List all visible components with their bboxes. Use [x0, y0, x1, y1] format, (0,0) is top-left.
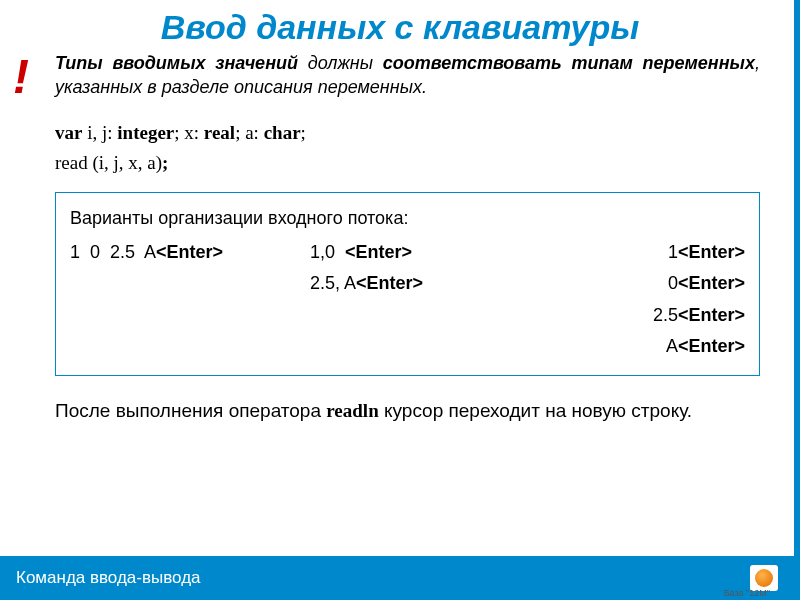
example-row-2: 2.5, A<Enter> 0<Enter> — [70, 268, 745, 300]
footer-caption: База "12М" — [724, 588, 770, 598]
example-row-4: A<Enter> — [70, 331, 745, 363]
side-accent — [794, 0, 800, 556]
exclamation-icon: ! — [13, 53, 29, 101]
example-box: Варианты организации входного потока: 1 … — [55, 192, 760, 376]
footer-title: Команда ввода-вывода — [16, 568, 750, 588]
example-row-1: 1 0 2.5 A<Enter> 1,0 <Enter> 1<Enter> — [70, 237, 745, 269]
code-line-1: var i, j: integer; x: real; a: char; — [55, 118, 760, 148]
example-row-3: 2.5<Enter> — [70, 300, 745, 332]
code-block: var i, j: integer; x: real; a: char; rea… — [55, 118, 760, 179]
code-line-2: read (i, j, x, a); — [55, 148, 760, 178]
note-text: Типы вводимых значений должны соответств… — [55, 51, 760, 100]
footnote-text: После выполнения оператора readln курсор… — [55, 398, 760, 425]
warning-note: ! Типы вводимых значений должны соответс… — [55, 51, 760, 100]
example-title: Варианты организации входного потока: — [70, 203, 745, 235]
footer-bar: Команда ввода-вывода База "12М" — [0, 556, 800, 600]
title-bar: Ввод данных с клавиатуры — [0, 0, 800, 51]
page-title: Ввод данных с клавиатуры — [20, 8, 780, 47]
